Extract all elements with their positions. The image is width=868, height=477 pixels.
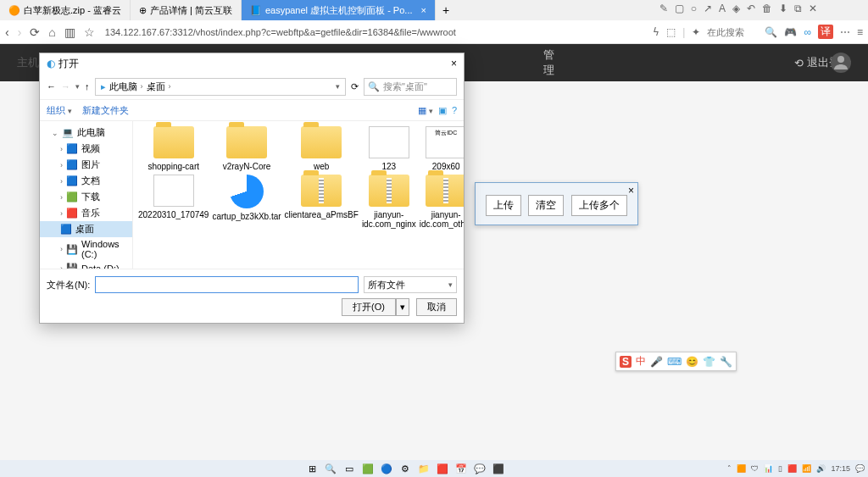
sidebar-item-desktop[interactable]: 🟦 桌面 (40, 221, 132, 237)
copy-icon[interactable]: ⧉ (794, 3, 802, 14)
tab-close-icon[interactable]: × (421, 5, 426, 15)
refresh-button[interactable]: ⟳ (30, 25, 40, 39)
tray-icon-1[interactable]: 🟧 (737, 464, 746, 473)
sidebar-item-videos[interactable]: ›🟦 视频 (40, 141, 132, 157)
taskbar-app-1[interactable]: 🟩 (361, 462, 375, 475)
file-item[interactable]: clientarea_aPmsBF (285, 175, 359, 229)
breadcrumb[interactable]: ▸ 此电脑 › 桌面 › ▾ (95, 78, 347, 96)
game-icon[interactable]: 🎮 (784, 26, 797, 38)
new-tab-button[interactable]: + (436, 3, 456, 17)
square-icon[interactable]: ▢ (675, 3, 684, 14)
sidebar-item-computer[interactable]: ⌄💻 此电脑 (40, 125, 132, 141)
view-icon[interactable]: ▦ ▾ (418, 105, 433, 116)
organize-menu[interactable]: 组织 ▾ (47, 104, 72, 117)
back-button[interactable]: ‹ (5, 25, 9, 39)
url-input[interactable]: 134.122.167.67:3312/vhost/index.php?c=we… (105, 27, 653, 37)
trash-icon[interactable]: 🗑 (762, 3, 772, 14)
new-folder-button[interactable]: 新建文件夹 (82, 104, 129, 117)
search-icon[interactable]: 🔍 (765, 26, 777, 38)
sidebar-item-pictures[interactable]: ›🟦 图片 (40, 157, 132, 173)
pencil-icon[interactable]: ✎ (659, 3, 668, 14)
sidebar-item-music[interactable]: ›🟥 音乐 (40, 205, 132, 221)
file-item[interactable]: web (285, 126, 359, 171)
browser-search-input[interactable] (707, 27, 758, 37)
tray-icon-5[interactable]: 🟥 (787, 464, 797, 473)
file-item[interactable]: jianyun-idc.com_nginx (362, 175, 416, 229)
nav-back-icon[interactable]: ← (47, 81, 56, 92)
reader-icon[interactable]: ▥ (64, 25, 75, 39)
sogou-icon[interactable]: S (620, 356, 632, 368)
file-item[interactable]: 简云IDC209x60 (420, 126, 464, 171)
upload-multiple-button[interactable]: 上传多个 (571, 195, 627, 216)
bookmark-star-icon[interactable]: ✦ (692, 26, 700, 38)
taskbar-app-7[interactable]: 💬 (473, 462, 487, 475)
ime-skin-icon[interactable]: 👕 (703, 356, 715, 368)
nav-up-icon[interactable]: ↑ (85, 81, 90, 92)
home-button[interactable]: ⌂ (48, 25, 55, 39)
taskbar-app-2[interactable]: 🔵 (380, 462, 393, 475)
taskbar-app-3[interactable]: ⚙ (398, 462, 412, 475)
more-icon[interactable]: ⋯ (840, 26, 850, 38)
start-button[interactable]: ⊞ (305, 462, 319, 475)
file-item[interactable]: shopping-cart (138, 126, 209, 171)
ime-lang[interactable]: 中 (636, 354, 646, 369)
ext-icon[interactable]: ∞ (804, 26, 811, 38)
star-icon[interactable]: ☆ (84, 25, 95, 39)
notifications-icon[interactable]: 💬 (855, 464, 865, 473)
open-button[interactable]: 打开(O) (342, 298, 396, 316)
cancel-button[interactable]: 取消 (416, 298, 457, 316)
ime-toolbar[interactable]: S 中 🎤 ⌨ 😊 👕 🔧 (615, 352, 737, 371)
circle-icon[interactable]: ○ (691, 3, 697, 14)
clear-button[interactable]: 清空 (528, 195, 564, 216)
tray-icon-2[interactable]: 🛡 (751, 464, 759, 473)
tab-0[interactable]: 🟠白苹新极志.zip - 蓝睿云 (0, 0, 131, 20)
sidebar-item-drive-d[interactable]: ›💾 Data (D:) (40, 261, 132, 269)
flash-icon[interactable]: ϟ (653, 26, 659, 38)
translate-icon[interactable]: 译 (818, 25, 833, 39)
ime-emoji-icon[interactable]: 😊 (686, 356, 698, 368)
taskbar-app-6[interactable]: 📅 (454, 462, 468, 475)
file-filter-select[interactable]: 所有文件▾ (364, 276, 457, 293)
tray-volume-icon[interactable]: 🔊 (816, 464, 826, 473)
undo-icon[interactable]: ↶ (747, 3, 755, 14)
sidebar-item-drive-c[interactable]: ›💾 Windows (C:) (40, 237, 132, 261)
tab-1[interactable]: ⊕产品详情 | 简云互联 (131, 0, 242, 20)
tray-wifi-icon[interactable]: 📶 (802, 464, 811, 473)
text-icon[interactable]: A (719, 3, 726, 14)
arrow-icon[interactable]: ↗ (704, 3, 712, 14)
filename-input[interactable] (95, 276, 359, 293)
tray-icon-3[interactable]: 📊 (764, 464, 773, 473)
file-item[interactable]: cartup_bz3kXb.tar (212, 175, 281, 229)
tab-2[interactable]: 📘easypanel 虚拟主机控制面板 - Po...× (242, 0, 436, 20)
download-icon[interactable]: ⬇ (779, 3, 787, 14)
user-avatar[interactable] (831, 53, 851, 73)
sidebar-item-documents[interactable]: ›🟦 文档 (40, 173, 132, 189)
blur-icon[interactable]: ◈ (732, 3, 740, 14)
preview-icon[interactable]: ▣ (438, 105, 447, 116)
ime-mic-icon[interactable]: 🎤 (650, 356, 663, 368)
file-item[interactable]: jianyun-idc.com_other (420, 175, 464, 229)
taskbar-clock[interactable]: 17:15 (831, 465, 850, 473)
dialog-close-icon[interactable]: × (451, 58, 457, 69)
help-icon[interactable]: ? (452, 105, 457, 115)
tray-icon-4[interactable]: ▯ (778, 464, 782, 473)
close-icon[interactable]: ✕ (809, 3, 817, 14)
upload-button[interactable]: 上传 (486, 195, 521, 216)
file-item[interactable]: v2rayN-Core (212, 126, 281, 171)
tray-up-icon[interactable]: ˄ (727, 464, 732, 473)
nav-forward-icon[interactable]: → (61, 81, 70, 92)
puzzle-icon[interactable]: ⬚ (666, 26, 676, 38)
taskbar-search-icon[interactable]: 🔍 (324, 462, 337, 475)
taskbar-app-8[interactable]: ⬛ (492, 462, 505, 475)
popup-close-icon[interactable]: × (628, 185, 634, 197)
taskbar-app-4[interactable]: 📁 (417, 462, 431, 475)
manage-link[interactable]: 管理 (543, 47, 554, 78)
ime-tools-icon[interactable]: 🔧 (720, 356, 732, 368)
forward-button[interactable]: › (18, 25, 22, 39)
ime-keyboard-icon[interactable]: ⌨ (667, 356, 682, 368)
file-item[interactable]: 20220310_170749 (138, 175, 209, 229)
sidebar-item-downloads[interactable]: ›🟩 下载 (40, 189, 132, 205)
file-item[interactable]: 123 (362, 126, 416, 171)
menu-icon[interactable]: ≡ (857, 26, 863, 38)
refresh-icon[interactable]: ⟳ (351, 81, 359, 92)
